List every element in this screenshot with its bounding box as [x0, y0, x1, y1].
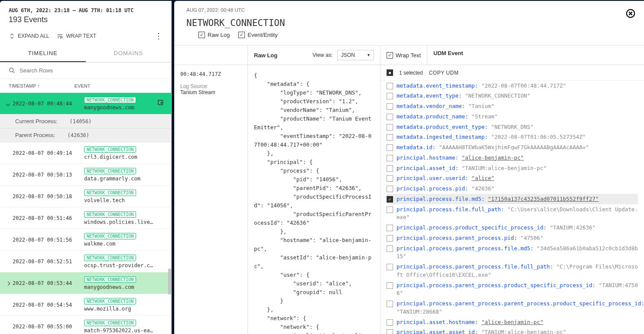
field-checkbox[interactable]: [387, 235, 393, 242]
field-value[interactable]: "alice": [472, 175, 494, 181]
field-checkbox[interactable]: [387, 124, 393, 131]
event-row[interactable]: 2022-08-07 00:50:13NETWORK_CONNECTIONdat…: [0, 164, 171, 186]
event-row[interactable]: 2022-08-07 00:50:18NETWORK_CONNECTIONvol…: [0, 186, 171, 207]
tab-domains[interactable]: DOMAINS: [86, 45, 172, 62]
udm-field[interactable]: principal.process.file.full_path: "C:\Us…: [387, 204, 638, 223]
udm-field[interactable]: metadata.event_timestamp: "2022-08-07T00…: [387, 81, 638, 91]
event-detail: ocsp.trust-provider.c…: [84, 262, 165, 269]
logsource-label: Log Source:: [180, 83, 241, 89]
udm-field[interactable]: metadata.event_type: "NETWORK_CONNECTION…: [387, 91, 638, 102]
subrow-parent[interactable]: Parent Process:(42636): [0, 128, 171, 142]
raw-json: { "metadata": { "logType": "NETWORK_DNS"…: [248, 65, 381, 334]
event-row[interactable]: 2022-08-07 00:51:56NETWORK_CONNECTIONwal…: [0, 229, 171, 251]
subrow-current[interactable]: Current Process:(14056): [0, 115, 171, 128]
udm-field[interactable]: principal.hostname: "alice-benjamin-pc": [387, 153, 638, 163]
row-timestamp: 2022-08-07 00:51:46: [13, 215, 84, 221]
expand-all-button[interactable]: EXPAND ALL: [9, 33, 49, 39]
search-input[interactable]: [19, 67, 163, 74]
event-count: 193 Events: [9, 15, 163, 24]
search-icon: [9, 67, 15, 74]
field-checkbox[interactable]: [387, 206, 393, 213]
event-row[interactable]: 2022-08-07 00:48:44NETWORK_CONNECTIONman…: [0, 93, 171, 115]
field-checkbox[interactable]: [387, 175, 393, 182]
open-external-icon[interactable]: [157, 99, 165, 108]
event-row[interactable]: 2022-08-07 00:49:14NETWORK_CONNECTIONcrl…: [0, 142, 171, 164]
row-timestamp: 2022-08-07 00:53:44: [13, 280, 84, 286]
udm-field[interactable]: ✓principal.process.file.md5: "17150a137c…: [387, 194, 638, 204]
close-icon[interactable]: [626, 9, 635, 21]
event-detail: www.mozilla.org: [84, 306, 165, 312]
field-key: principal.asset_id:: [397, 165, 459, 171]
udm-field[interactable]: principal.asset_id: "TANIUM:alice-benjam…: [387, 163, 638, 174]
field-checkbox[interactable]: [387, 264, 393, 270]
field-key: principal.user.userid:: [397, 175, 468, 181]
udm-fields: metadata.event_timestamp: "2022-08-07T00…: [381, 81, 644, 334]
copy-udm-button[interactable]: COPY UDM: [429, 70, 459, 76]
field-checkbox[interactable]: [387, 103, 393, 110]
udm-field[interactable]: principal.asset.hostname: "alice-benjami…: [387, 317, 638, 327]
event-row[interactable]: 2022-08-07 00:53:44NETWORK_CONNECTIONman…: [0, 272, 171, 294]
udm-field[interactable]: principal.process.pid: "42636": [387, 184, 638, 194]
field-key: principal.process.file.full_path:: [397, 206, 504, 213]
udm-field[interactable]: principal.process.parent_process.pid: "4…: [387, 233, 638, 243]
field-checkbox[interactable]: [387, 134, 393, 141]
tab-timeline[interactable]: TIMELINE: [0, 45, 86, 62]
scrollbar[interactable]: [168, 269, 171, 295]
event-row[interactable]: 2022-08-07 00:51:46NETWORK_CONNECTIONwin…: [0, 207, 171, 229]
field-checkbox[interactable]: [387, 165, 393, 172]
field-checkbox[interactable]: [387, 114, 393, 120]
udm-field[interactable]: principal.asset.asset_id: "TANIUM:alice-…: [387, 327, 638, 334]
field-checkbox[interactable]: [387, 319, 393, 326]
udm-field[interactable]: metadata.vendor_name: "Tanium": [387, 102, 638, 112]
select-all-checkbox[interactable]: ■: [387, 69, 393, 76]
udm-field[interactable]: principal.process.parent_process.product…: [387, 280, 638, 299]
field-checkbox[interactable]: [387, 93, 393, 99]
field-checkbox[interactable]: [387, 225, 393, 231]
field-key: principal.asset.hostname:: [397, 319, 478, 325]
udm-field[interactable]: metadata.id: "AAAAAH8TEWbaK5WxjhimFqwF7G…: [387, 143, 638, 153]
event-rows: 2022-08-07 00:48:44NETWORK_CONNECTIONman…: [0, 93, 171, 334]
field-value[interactable]: "alice-benjamin-pc": [481, 319, 543, 325]
field-checkbox[interactable]: [387, 246, 393, 252]
viewas-select[interactable]: JSON: [337, 50, 374, 60]
udm-field[interactable]: principal.process.parent_process.file.fu…: [387, 262, 638, 281]
field-value[interactable]: "17150a137c43235ad07011b552f9ff27": [488, 196, 599, 202]
field-checkbox[interactable]: [387, 83, 393, 89]
udm-field[interactable]: principal.process.parent_process.parent_…: [387, 299, 638, 318]
col-timestamp[interactable]: TIMESTAMP ↑: [9, 83, 40, 88]
event-row[interactable]: 2022-08-07 00:52:51NETWORK_CONNECTIONocs…: [0, 251, 171, 272]
rawlog-checkbox[interactable]: ✓Raw Log: [198, 32, 230, 38]
event-row[interactable]: 2022-08-07 00:55:00NETWORK_CONNECTIONmat…: [0, 316, 171, 334]
field-checkbox[interactable]: [387, 282, 393, 289]
field-value: "Stream": [472, 113, 498, 120]
event-badge: NETWORK_CONNECTION: [84, 168, 136, 174]
udm-field[interactable]: principal.user.userid: "alice": [387, 174, 638, 184]
event-badge: NETWORK_CONNECTION: [84, 97, 136, 103]
evententity-checkbox[interactable]: ✓Event/Entity: [238, 32, 277, 38]
field-checkbox[interactable]: [387, 301, 393, 307]
field-checkbox[interactable]: [387, 155, 393, 161]
field-value: "TANIUM:alice-benjamin-pc": [462, 165, 547, 171]
col-event[interactable]: EVENT: [75, 83, 91, 88]
event-badge: NETWORK_CONNECTION: [84, 298, 136, 305]
udm-field[interactable]: principal.process.product_specific_proce…: [387, 223, 638, 233]
field-checkbox[interactable]: ✓: [387, 196, 393, 203]
field-value: "42636": [472, 185, 494, 192]
field-checkbox[interactable]: [387, 329, 393, 334]
field-checkbox[interactable]: [387, 144, 393, 151]
udm-field[interactable]: principal.process.parent_process.file.md…: [387, 243, 638, 262]
udm-field[interactable]: metadata.ingested_timestamp: "2022-08-07…: [387, 132, 638, 143]
field-value[interactable]: "alice-benjamin-pc": [462, 154, 524, 161]
event-detail: crl3.digicert.com: [84, 154, 165, 160]
event-row[interactable]: 2022-08-07 00:54:54NETWORK_CONNECTIONwww…: [0, 294, 171, 316]
more-menu-icon[interactable]: ⋮: [155, 31, 163, 41]
wraptext-checkbox[interactable]: ✓Wrap Text: [387, 52, 421, 59]
time-range: AUG 6TH, 2022: 23:18 – AUG 7TH: 01:18 UT…: [9, 7, 163, 13]
event-detail: windows.policies.live…: [84, 219, 165, 225]
field-checkbox[interactable]: [387, 186, 393, 192]
udm-field[interactable]: metadata.product_event_type: "NETWORK_DN…: [387, 122, 638, 132]
wrap-text-button[interactable]: WRAP TEXT: [57, 33, 96, 39]
field-value: "NETWORK_DNS": [491, 124, 533, 130]
field-value: "2022-08-07T01:06:05.527354Z": [491, 134, 585, 140]
udm-field[interactable]: metadata.product_name: "Stream": [387, 111, 638, 122]
